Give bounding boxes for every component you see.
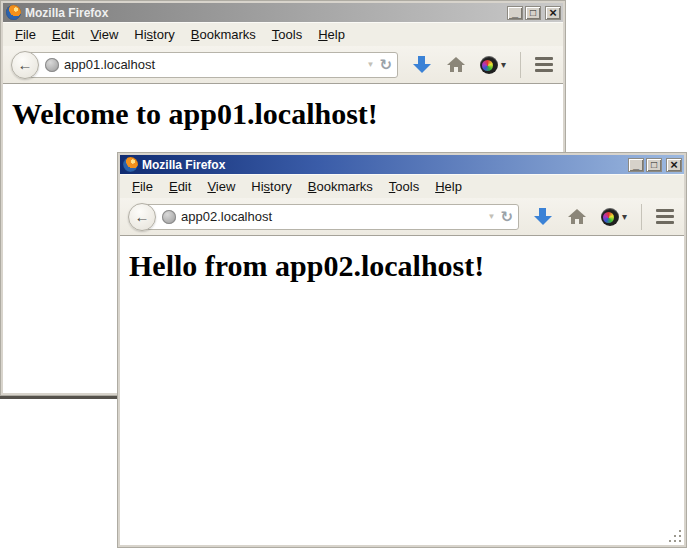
color-wheel-icon xyxy=(601,208,619,226)
history-dropdown-icon[interactable]: ▼ xyxy=(487,212,495,221)
page-heading: Welcome to app01.localhost! xyxy=(12,97,563,131)
download-button[interactable] xyxy=(412,56,432,73)
color-wheel-icon xyxy=(480,56,498,74)
reload-icon[interactable]: ↻ xyxy=(379,57,392,72)
maximize-button[interactable]: □ xyxy=(525,6,541,20)
reload-icon[interactable]: ↻ xyxy=(500,209,513,224)
url-input[interactable] xyxy=(64,57,361,72)
download-icon xyxy=(539,208,546,216)
download-button[interactable] xyxy=(533,208,553,225)
titlebar[interactable]: Mozilla Firefox _ □ × xyxy=(120,155,684,174)
globe-icon xyxy=(45,58,59,72)
firefox-icon xyxy=(6,5,21,20)
menu-item-tools[interactable]: Tools xyxy=(381,177,427,196)
menu-item-history[interactable]: History xyxy=(126,25,182,44)
menu-item-file[interactable]: File xyxy=(7,25,44,44)
back-arrow-icon: ← xyxy=(135,209,150,224)
menu-item-edit[interactable]: Edit xyxy=(44,25,82,44)
window-controls: _ □ × xyxy=(507,6,561,20)
menu-item-view[interactable]: View xyxy=(199,177,243,196)
menu-item-tools[interactable]: Tools xyxy=(264,25,310,44)
url-input[interactable] xyxy=(181,209,482,224)
menu-item-bookmarks[interactable]: Bookmarks xyxy=(183,25,264,44)
toolbar-separator xyxy=(520,52,521,78)
page-content: Hello from app02.localhost! xyxy=(120,236,684,545)
browser-window-app02: Mozilla Firefox _ □ × File Edit View His… xyxy=(117,152,687,548)
window-title: Mozilla Firefox xyxy=(142,158,624,172)
menu-bar: File Edit View History Bookmarks Tools H… xyxy=(120,174,684,198)
home-button[interactable] xyxy=(446,57,466,72)
home-icon xyxy=(447,57,465,65)
menu-item-help[interactable]: Help xyxy=(310,25,353,44)
titlebar[interactable]: Mozilla Firefox _ □ × xyxy=(3,3,563,22)
url-bar[interactable]: ▼ ↻ xyxy=(142,204,519,230)
menu-item-help[interactable]: Help xyxy=(427,177,470,196)
url-bar[interactable]: ▼ ↻ xyxy=(25,52,398,78)
navigation-toolbar: ← ▼ ↻ ▾ xyxy=(3,46,563,84)
minimize-button[interactable]: _ xyxy=(507,6,523,20)
page-heading: Hello from app02.localhost! xyxy=(129,249,684,283)
caret-down-icon: ▾ xyxy=(501,60,506,70)
back-button[interactable]: ← xyxy=(128,203,156,231)
menu-button[interactable] xyxy=(535,57,553,72)
back-arrow-icon: ← xyxy=(18,57,33,72)
home-button[interactable] xyxy=(567,209,587,224)
window-controls: _ □ × xyxy=(628,158,682,172)
toolbar-separator xyxy=(641,204,642,230)
extension-button[interactable]: ▾ xyxy=(601,208,627,226)
menu-item-bookmarks[interactable]: Bookmarks xyxy=(300,177,381,196)
menu-item-edit[interactable]: Edit xyxy=(161,177,199,196)
close-button[interactable]: × xyxy=(545,6,561,20)
home-icon xyxy=(568,209,586,217)
history-dropdown-icon[interactable]: ▼ xyxy=(366,60,374,69)
back-button[interactable]: ← xyxy=(11,51,39,79)
minimize-button[interactable]: _ xyxy=(628,158,644,172)
caret-down-icon: ▾ xyxy=(622,212,627,222)
maximize-button[interactable]: □ xyxy=(646,158,662,172)
menu-item-view[interactable]: View xyxy=(82,25,126,44)
extension-button[interactable]: ▾ xyxy=(480,56,506,74)
menu-item-file[interactable]: File xyxy=(124,177,161,196)
firefox-icon xyxy=(123,157,138,172)
menu-item-history[interactable]: History xyxy=(243,177,299,196)
navigation-toolbar: ← ▼ ↻ ▾ xyxy=(120,198,684,236)
download-icon xyxy=(418,56,425,64)
window-title: Mozilla Firefox xyxy=(25,6,503,20)
menu-button[interactable] xyxy=(656,209,674,224)
resize-grip[interactable] xyxy=(669,530,682,543)
menu-bar: File Edit View History Bookmarks Tools H… xyxy=(3,22,563,46)
close-button[interactable]: × xyxy=(666,158,682,172)
globe-icon xyxy=(162,210,176,224)
